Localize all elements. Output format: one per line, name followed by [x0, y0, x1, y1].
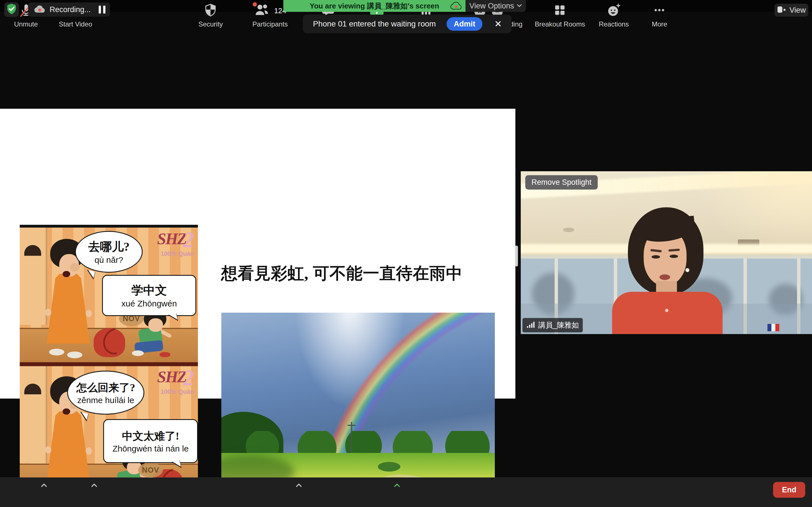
- remove-spotlight-button[interactable]: Remove Spotlight: [525, 175, 598, 189]
- view-options-label: View Options: [469, 2, 514, 10]
- view-options-dropdown[interactable]: View Options: [465, 0, 526, 12]
- speech-zh: 去哪儿?: [88, 239, 130, 255]
- waiting-room-toast: Phone 01 entered the waiting room Admit …: [303, 15, 511, 33]
- mother-dress: [47, 274, 90, 344]
- speaker-eye: [652, 255, 660, 259]
- share-options-caret[interactable]: [394, 483, 400, 489]
- recording-indicator: Recording...: [28, 3, 110, 17]
- breakout-rooms-grid-icon: [553, 3, 567, 18]
- participants-alert-dot: [253, 2, 257, 6]
- comic-image: 去哪儿? qù nǎr? 学中文 xué Zhōngwén SHZ 2 100%…: [20, 225, 198, 498]
- shz-logo-subtext: 100% Quán: [160, 388, 194, 395]
- cloud-recording-icon: [33, 4, 46, 15]
- shz-logo-two: 2: [183, 368, 194, 388]
- view-label: View: [790, 6, 806, 15]
- green-shield-check-icon: [6, 3, 17, 16]
- view-layout-icon: [777, 6, 786, 15]
- shz-logo-subtext: 100% Quán: [160, 250, 194, 258]
- security-button[interactable]: Security: [199, 3, 223, 28]
- viewing-screen-text: You are viewing 講員_陳雅如's screen: [310, 1, 439, 11]
- chevron-down-icon: [517, 3, 522, 8]
- participants-button[interactable]: 124 Participants: [252, 3, 288, 28]
- red-backpack: [91, 326, 130, 359]
- speech-zh: 学中文: [132, 283, 167, 298]
- speech-bubble: 怎么回来了? zěnme huílái le: [67, 371, 144, 414]
- participants-label: Participants: [252, 20, 288, 28]
- more-dots-icon: [652, 3, 667, 18]
- speech-bubble-tail: [168, 313, 178, 323]
- speech-zh: 怎么回来了?: [77, 381, 135, 395]
- panel-resize-handle[interactable]: [515, 245, 518, 267]
- mother-hand: [86, 447, 92, 455]
- signal-strength-icon: [526, 321, 536, 330]
- reactions-smiley-icon: [606, 3, 621, 18]
- more-button[interactable]: More: [652, 3, 667, 28]
- viewing-screen-banner: You are viewing 講員_陳雅如's screen: [283, 0, 465, 12]
- speech-pinyin: Zhōngwén tài nán le: [112, 444, 189, 453]
- cloud-recording-outline-icon: [450, 1, 462, 11]
- mother-hand: [86, 310, 92, 317]
- admit-button[interactable]: Admit: [447, 17, 483, 31]
- pearl-earring: [686, 268, 689, 272]
- shz-logo-text: SHZ: [157, 231, 186, 246]
- panel-divider: [20, 362, 198, 366]
- door-shape: [20, 366, 47, 463]
- door-shape: [20, 228, 47, 325]
- mother-mouth: [63, 408, 70, 414]
- security-shield-icon: [204, 3, 218, 18]
- speech-bubble: 学中文 xué Zhōngwén: [102, 275, 196, 316]
- speaker-top-button: [665, 309, 668, 312]
- child-shoe: [132, 350, 144, 356]
- meeting-toolbar: [0, 477, 812, 507]
- breakout-rooms-label: Breakout Rooms: [535, 20, 585, 28]
- mother-mouth: [63, 271, 70, 277]
- mother-shoe: [49, 349, 64, 355]
- end-meeting-button[interactable]: End: [773, 482, 805, 498]
- speech-zh: 中文太难了!: [122, 429, 179, 443]
- mother-nose: [70, 263, 80, 272]
- ceiling-vent: [563, 228, 574, 232]
- pause-recording-icon[interactable]: [99, 6, 105, 13]
- breakout-rooms-button[interactable]: Breakout Rooms: [535, 3, 585, 28]
- bush: [378, 462, 400, 471]
- security-verified-badge[interactable]: [4, 2, 19, 17]
- shared-screen-slide: 想看見彩虹, 可不能一直待在雨中: [0, 109, 515, 399]
- mother-hand: [45, 309, 51, 316]
- mother-shoe: [67, 351, 82, 358]
- zoom-meeting-window: Recording... You are viewing 講員_陳雅如's sc…: [0, 0, 812, 507]
- speech-bubble: 中文太难了! Zhōngwén tài nán le: [103, 419, 198, 463]
- shz2-logo: SHZ 2 100% Quán: [157, 370, 194, 395]
- shz-logo-text: SHZ: [157, 370, 186, 384]
- shz-logo-two: 2: [183, 230, 194, 249]
- more-label: More: [652, 20, 667, 28]
- recording-label: Recording...: [50, 5, 91, 14]
- security-label: Security: [199, 20, 223, 28]
- speaker-eye: [670, 255, 678, 258]
- child-face: [148, 318, 163, 332]
- french-flag: [767, 324, 779, 331]
- participants-icon: [254, 3, 269, 18]
- power-pole-arm: [348, 425, 356, 426]
- mother-hand: [45, 446, 51, 453]
- nov-watermark: NOV: [138, 462, 163, 478]
- waiting-room-message: Phone 01 entered the waiting room: [313, 19, 436, 29]
- participants-options-caret[interactable]: [296, 483, 302, 489]
- unmute-label: Unmute: [14, 20, 38, 28]
- reactions-button[interactable]: Reactions: [599, 3, 629, 28]
- speech-pinyin: xué Zhōngwén: [121, 299, 177, 308]
- start-video-label: Start Video: [59, 20, 92, 28]
- slide-heading: 想看見彩虹, 可不能一直待在雨中: [221, 263, 480, 284]
- speaker-video-tile[interactable]: Remove Spotlight 講員_陳雅如: [521, 171, 812, 334]
- speech-bubble: 去哪儿? qù nǎr?: [75, 231, 143, 273]
- participant-name-tag: 講員_陳雅如: [522, 318, 583, 332]
- audio-options-caret[interactable]: [41, 483, 47, 489]
- speech-pinyin: zěnme huílái le: [77, 395, 134, 405]
- close-icon[interactable]: ✕: [494, 19, 502, 29]
- shz2-logo: SHZ 2 100% Quán: [157, 231, 194, 258]
- video-options-caret[interactable]: [91, 483, 97, 489]
- reactions-label: Reactions: [599, 20, 629, 28]
- speaker-mouth: [659, 274, 670, 280]
- child-shoe: [160, 352, 170, 357]
- rainbow-meadow-photo: [221, 313, 495, 494]
- view-layout-button[interactable]: View: [774, 4, 808, 17]
